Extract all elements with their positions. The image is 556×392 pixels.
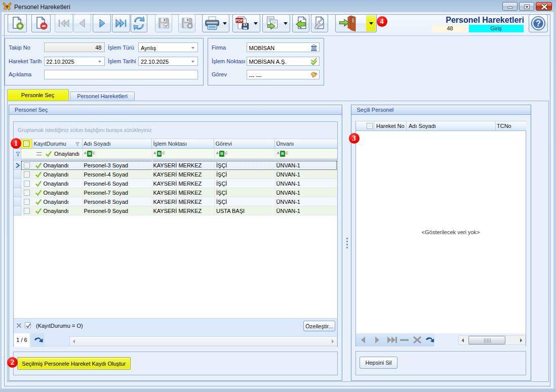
- svg-text:?: ?: [536, 19, 541, 28]
- svg-text:PDF: PDF: [235, 18, 243, 23]
